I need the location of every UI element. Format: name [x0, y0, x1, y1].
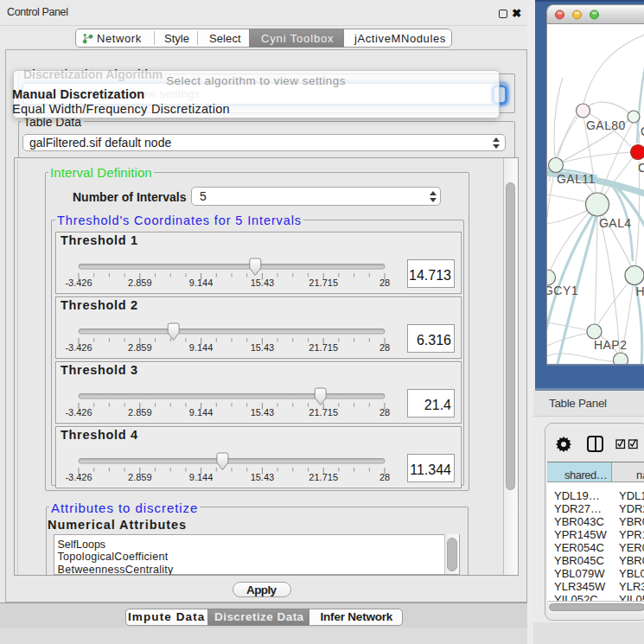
- svg-text:9.144: 9.144: [189, 471, 214, 481]
- svg-text:28: 28: [379, 277, 390, 287]
- svg-text:9.144: 9.144: [189, 341, 214, 352]
- svg-text:28: 28: [379, 341, 390, 352]
- svg-text:GCY1: GCY1: [547, 284, 578, 297]
- svg-text:21.715: 21.715: [309, 406, 338, 417]
- svg-text:9.144: 9.144: [189, 406, 214, 417]
- svg-text:GAL80: GAL80: [586, 118, 626, 132]
- svg-text:-3.426: -3.426: [65, 277, 92, 287]
- svg-text:-3.426: -3.426: [65, 406, 92, 417]
- svg-text:H: H: [636, 284, 644, 298]
- svg-text:9.144: 9.144: [189, 277, 214, 287]
- svg-text:C: C: [638, 161, 644, 175]
- svg-text:-3.426: -3.426: [65, 471, 92, 481]
- svg-text:15.43: 15.43: [251, 406, 275, 417]
- svg-text:15.43: 15.43: [251, 471, 275, 481]
- svg-text:21.715: 21.715: [309, 471, 338, 481]
- svg-text:15.43: 15.43: [251, 277, 275, 287]
- svg-text:-3.426: -3.426: [65, 341, 92, 352]
- svg-text:28: 28: [379, 406, 390, 417]
- svg-text:2.859: 2.859: [128, 406, 152, 417]
- svg-text:2.859: 2.859: [128, 471, 152, 481]
- svg-text:HAP2: HAP2: [594, 338, 627, 352]
- svg-text:GA: GA: [641, 124, 644, 138]
- svg-text:GAL4: GAL4: [599, 216, 632, 230]
- svg-text:GAL11: GAL11: [557, 172, 596, 186]
- svg-text:21.715: 21.715: [309, 341, 338, 352]
- svg-text:2.859: 2.859: [128, 341, 152, 352]
- svg-text:21.715: 21.715: [309, 277, 338, 287]
- svg-text:2.859: 2.859: [128, 277, 152, 287]
- svg-text:28: 28: [379, 471, 390, 481]
- svg-text:15.43: 15.43: [251, 341, 275, 352]
